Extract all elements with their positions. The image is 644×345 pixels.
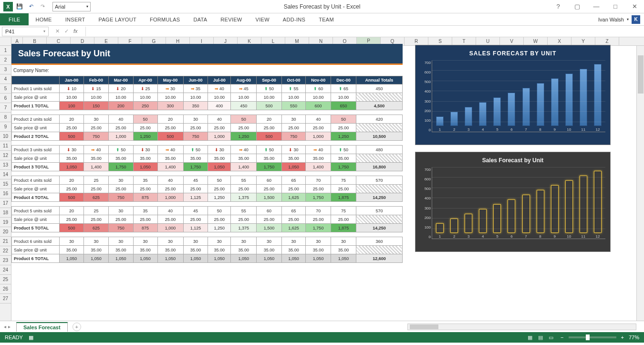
ribbon-tabs: FILEHOMEINSERTPAGE LAYOUTFORMULASDATAREV… bbox=[0, 13, 644, 26]
row-header[interactable]: 10 bbox=[0, 132, 11, 141]
row-header[interactable]: 6 bbox=[0, 94, 11, 103]
sheet-tab-active[interactable]: Sales Forecast bbox=[16, 322, 68, 332]
row-header[interactable]: 4 bbox=[0, 74, 11, 84]
zoom-in-icon[interactable]: + bbox=[621, 335, 624, 340]
chart-dark[interactable]: Sales Forecast by Unit700600500400300200… bbox=[415, 152, 611, 252]
tab-nav-first-icon[interactable]: ◂ bbox=[4, 324, 6, 329]
sheet-tab-bar: ◂ ▸ Sales Forecast + bbox=[0, 321, 644, 332]
excel-logo-icon[interactable]: X bbox=[3, 1, 13, 12]
zoom-out-icon[interactable]: − bbox=[561, 335, 563, 340]
row-header[interactable]: 3 bbox=[0, 65, 11, 74]
enter-formula-icon[interactable]: ✓ bbox=[64, 28, 69, 34]
row-header[interactable]: 27 bbox=[0, 294, 11, 303]
col-header[interactable]: V bbox=[500, 37, 524, 45]
redo-icon[interactable]: ↷ bbox=[37, 1, 48, 12]
user-name[interactable]: Ivan Walsh bbox=[598, 17, 624, 22]
row-header[interactable]: 7 bbox=[0, 103, 11, 113]
row-header[interactable]: 20 bbox=[0, 227, 11, 237]
formula-input[interactable] bbox=[85, 27, 644, 36]
row-header[interactable]: 1 bbox=[0, 46, 11, 55]
row-header[interactable]: 11 bbox=[0, 141, 11, 151]
horizontal-scrollbar[interactable] bbox=[407, 324, 636, 330]
row-header[interactable]: 23 bbox=[0, 256, 11, 265]
page-break-view-icon[interactable]: ▭ bbox=[546, 334, 556, 341]
company-name-label: Company Name: bbox=[11, 65, 403, 76]
row-header[interactable]: 15 bbox=[0, 179, 11, 189]
spreadsheet-grid[interactable]: 1234567891011121314151617181920212223242… bbox=[0, 37, 644, 321]
row-header[interactable]: 25 bbox=[0, 275, 11, 284]
ribbon-tab-file[interactable]: FILE bbox=[0, 13, 29, 25]
row-header[interactable]: 8 bbox=[0, 113, 11, 122]
row-header[interactable]: 2 bbox=[0, 55, 11, 65]
ribbon-tab-formulas[interactable]: FORMULAS bbox=[143, 13, 187, 25]
row-header[interactable]: 22 bbox=[0, 246, 11, 256]
ribbon-tab-page-layout[interactable]: PAGE LAYOUT bbox=[92, 13, 143, 25]
forecast-table[interactable]: Jan-00Feb-00Mar-00Apr-00May-00Jun-00Jul-… bbox=[11, 76, 403, 263]
zoom-level[interactable]: 77% bbox=[629, 335, 639, 340]
close-icon[interactable]: ✕ bbox=[628, 2, 641, 11]
fx-icon[interactable]: fx bbox=[73, 28, 78, 34]
ribbon-tab-insert[interactable]: INSERT bbox=[59, 13, 92, 25]
name-box[interactable]: P41▾ bbox=[2, 27, 49, 36]
add-sheet-button[interactable]: + bbox=[73, 323, 81, 331]
row-header[interactable]: 14 bbox=[0, 170, 11, 179]
status-text: READY bbox=[5, 335, 23, 340]
vertical-scrollbar[interactable] bbox=[636, 46, 644, 321]
row-header[interactable]: 9 bbox=[0, 122, 11, 132]
ribbon-tab-home[interactable]: HOME bbox=[29, 13, 58, 25]
title-bar: X 💾 ↶ ↷ Arial▾ Sales Forecast by Unit - … bbox=[0, 0, 644, 13]
minimize-icon[interactable]: — bbox=[590, 2, 603, 11]
ribbon-tab-add-ins[interactable]: ADD-INS bbox=[276, 13, 312, 25]
cancel-formula-icon[interactable]: ✕ bbox=[55, 28, 60, 34]
font-selector[interactable]: Arial▾ bbox=[52, 2, 91, 11]
help-icon[interactable]: ? bbox=[551, 2, 565, 11]
ribbon-tab-view[interactable]: VIEW bbox=[249, 13, 276, 25]
formula-bar: P41▾ ✕ ✓ fx bbox=[0, 26, 644, 37]
row-header[interactable]: 19 bbox=[0, 218, 11, 227]
page-layout-view-icon[interactable]: ▤ bbox=[536, 334, 545, 341]
col-header[interactable]: X bbox=[548, 37, 571, 45]
macro-icon[interactable]: ▦ bbox=[29, 335, 33, 341]
col-header[interactable]: S bbox=[428, 37, 452, 45]
tab-nav-last-icon[interactable]: ▸ bbox=[8, 324, 10, 329]
status-bar: READY ▦ ▦ ▤ ▭ − + 77% bbox=[0, 332, 644, 343]
ribbon-options-icon[interactable]: ▢ bbox=[571, 2, 584, 11]
col-header[interactable]: Z bbox=[595, 37, 619, 45]
col-header[interactable]: Y bbox=[571, 37, 595, 45]
col-header[interactable]: R bbox=[405, 37, 428, 45]
window-title: Sales Forecast by Unit - Excel bbox=[284, 3, 361, 10]
row-header[interactable]: 24 bbox=[0, 265, 11, 275]
maximize-icon[interactable]: □ bbox=[609, 2, 622, 11]
row-header[interactable]: 21 bbox=[0, 237, 11, 246]
row-header[interactable]: 17 bbox=[0, 199, 11, 208]
ribbon-tab-data[interactable]: DATA bbox=[187, 13, 214, 25]
save-icon[interactable]: 💾 bbox=[14, 1, 25, 12]
ribbon-tab-review[interactable]: REVIEW bbox=[214, 13, 249, 25]
user-avatar[interactable]: K bbox=[632, 15, 640, 24]
zoom-slider[interactable] bbox=[569, 336, 616, 338]
row-header[interactable]: 12 bbox=[0, 151, 11, 160]
col-header[interactable]: U bbox=[476, 37, 500, 45]
ribbon-tab-team[interactable]: TEAM bbox=[312, 13, 341, 25]
row-header[interactable]: 26 bbox=[0, 284, 11, 294]
undo-icon[interactable]: ↶ bbox=[26, 1, 36, 12]
row-header[interactable]: 18 bbox=[0, 208, 11, 218]
page-title: Sales Forecast by Unit bbox=[11, 44, 403, 65]
row-header[interactable]: 16 bbox=[0, 189, 11, 199]
normal-view-icon[interactable]: ▦ bbox=[525, 334, 535, 341]
col-header[interactable]: T bbox=[452, 37, 476, 45]
row-header[interactable]: 13 bbox=[0, 160, 11, 170]
row-header[interactable]: 5 bbox=[0, 84, 11, 94]
col-header[interactable]: W bbox=[524, 37, 548, 45]
chart-navy[interactable]: SALES FORECAST BY UNIT700600500400300200… bbox=[415, 45, 611, 145]
